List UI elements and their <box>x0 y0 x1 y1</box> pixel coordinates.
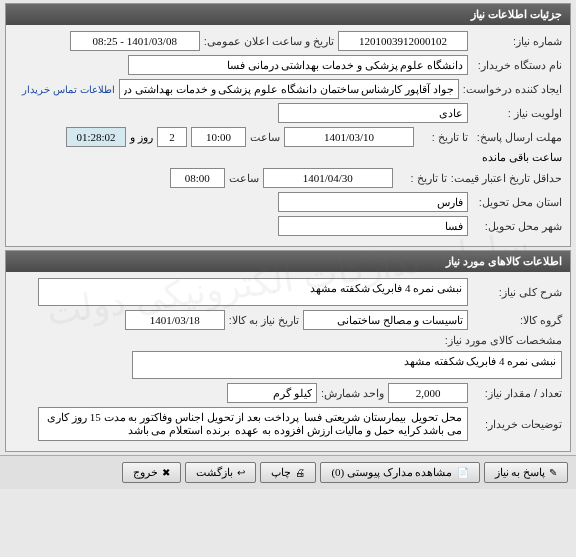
province-label: استان محل تحویل: <box>472 196 562 209</box>
row-buyer: نام دستگاه خریدار: <box>14 55 562 75</box>
footer-bar: ✎ پاسخ به نیاز 📄 مشاهده مدارک پیوستی (0)… <box>0 455 576 489</box>
buyer-name-input[interactable] <box>128 55 468 75</box>
exit-label: خروج <box>133 466 158 479</box>
requester-input[interactable] <box>119 79 459 99</box>
row-province: استان محل تحویل: <box>14 192 562 212</box>
buyer-name-label: نام دستگاه خریدار: <box>472 59 562 72</box>
notes-label: توضیحات خریدار: <box>472 418 562 431</box>
docs-icon: 📄 <box>457 467 469 478</box>
deadline-time-input[interactable] <box>191 127 246 147</box>
exit-button[interactable]: ✖ خروج <box>122 462 181 483</box>
panel1-header: جزئیات اطلاعات نیاز <box>6 4 570 25</box>
reply-button[interactable]: ✎ پاسخ به نیاز <box>484 462 569 483</box>
countdown-input <box>66 127 126 147</box>
panel2-body: شرح کلی نیاز: گروه کالا: تاریخ نیاز به ک… <box>6 272 570 451</box>
view-docs-label: مشاهده مدارک پیوستی (0) <box>331 466 452 479</box>
print-icon: 🖨 <box>295 467 305 478</box>
remaining-label: ساعت باقی مانده <box>482 151 562 164</box>
price-valid-date-input[interactable] <box>263 168 393 188</box>
row-price-valid: حداقل تاریخ اعتبار قیمت: تا تاریخ : ساعت <box>14 168 562 188</box>
city-label: شهر محل تحویل: <box>472 220 562 233</box>
days-label: روز و <box>130 131 153 144</box>
row-desc: شرح کلی نیاز: <box>14 278 562 306</box>
spec-label: مشخصات کالای مورد نیاز: <box>445 334 562 347</box>
days-remain-input <box>157 127 187 147</box>
unit-label: واحد شمارش: <box>321 387 384 400</box>
panel1-body: شماره نیاز: تاریخ و ساعت اعلان عمومی: نا… <box>6 25 570 246</box>
announce-value[interactable] <box>70 31 200 51</box>
need-date-label: تاریخ نیاز به کالا: <box>229 314 299 327</box>
row-spec: مشخصات کالای مورد نیاز: <box>14 334 562 379</box>
back-label: بازگشت <box>196 466 233 479</box>
requester-label: ایجاد کننده درخواست: <box>463 83 562 96</box>
row-notes: توضیحات خریدار: <box>14 407 562 441</box>
need-no-label: شماره نیاز: <box>472 35 562 48</box>
hour-label1: ساعت <box>250 131 280 144</box>
back-icon: ↩ <box>237 467 245 478</box>
desc-label: شرح کلی نیاز: <box>472 286 562 299</box>
desc-input[interactable] <box>38 278 468 306</box>
unit-input[interactable] <box>227 383 317 403</box>
qty-label: تعداد / مقدار نیاز: <box>472 387 562 400</box>
print-label: چاپ <box>271 466 291 479</box>
deadline-date-input[interactable] <box>284 127 414 147</box>
back-button[interactable]: ↩ بازگشت <box>185 462 256 483</box>
goods-panel: اطلاعات کالاهای مورد نیاز شرح کلی نیاز: … <box>5 250 571 452</box>
row-qty: تعداد / مقدار نیاز: واحد شمارش: <box>14 383 562 403</box>
need-date-input[interactable] <box>125 310 225 330</box>
row-deadline: مهلت ارسال پاسخ: تا تاریخ : ساعت روز و س… <box>14 127 562 164</box>
spec-input[interactable] <box>132 351 562 379</box>
to-date-label1: تا تاریخ : <box>418 131 468 144</box>
need-details-panel: جزئیات اطلاعات نیاز شماره نیاز: تاریخ و … <box>5 3 571 247</box>
qty-input[interactable] <box>388 383 468 403</box>
panel2-header: اطلاعات کالاهای مورد نیاز <box>6 251 570 272</box>
notes-input[interactable] <box>38 407 468 441</box>
row-group: گروه کالا: تاریخ نیاز به کالا: <box>14 310 562 330</box>
group-label: گروه کالا: <box>472 314 562 327</box>
row-requester: ایجاد کننده درخواست: اطلاعات تماس خریدار <box>14 79 562 99</box>
buyer-contact-link[interactable]: اطلاعات تماس خریدار <box>22 84 115 95</box>
price-valid-label: حداقل تاریخ اعتبار قیمت: <box>451 172 562 185</box>
deadline-label: مهلت ارسال پاسخ: <box>472 131 562 144</box>
reply-label: پاسخ به نیاز <box>495 466 546 479</box>
group-input[interactable] <box>303 310 468 330</box>
view-docs-button[interactable]: 📄 مشاهده مدارک پیوستی (0) <box>320 462 479 483</box>
to-date-label2: تا تاریخ : <box>397 172 447 185</box>
province-input[interactable] <box>278 192 468 212</box>
city-input[interactable] <box>278 216 468 236</box>
reply-icon: ✎ <box>549 467 557 478</box>
row-need-no: شماره نیاز: تاریخ و ساعت اعلان عمومی: <box>14 31 562 51</box>
priority-label: اولویت نیاز : <box>472 107 562 120</box>
need-no-input[interactable] <box>338 31 468 51</box>
hour-label2: ساعت <box>229 172 259 185</box>
print-button[interactable]: 🖨 چاپ <box>260 462 316 483</box>
price-valid-time-input[interactable] <box>170 168 225 188</box>
row-city: شهر محل تحویل: <box>14 216 562 236</box>
exit-icon: ✖ <box>162 467 170 478</box>
priority-input[interactable] <box>278 103 468 123</box>
announce-label: تاریخ و ساعت اعلان عمومی: <box>204 35 334 48</box>
row-priority: اولویت نیاز : <box>14 103 562 123</box>
